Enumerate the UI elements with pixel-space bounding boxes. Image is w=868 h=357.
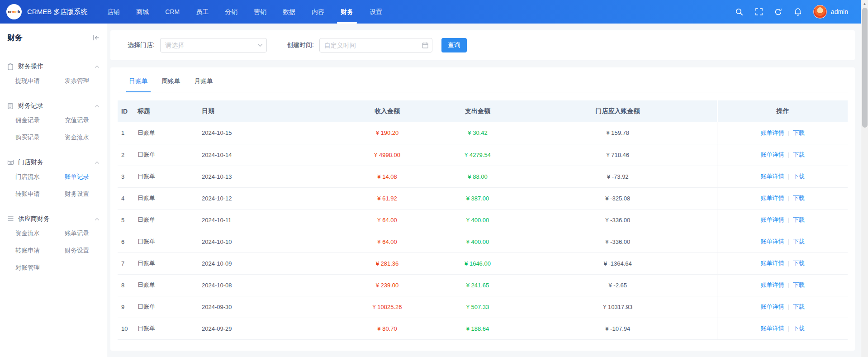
action-link-下载[interactable]: 下载 [793, 260, 805, 267]
sidebar-section-items: 佣金记录充值记录购买记录资金流水 [15, 112, 100, 146]
nav-item-设置[interactable]: 设置 [361, 0, 390, 24]
sidebar-item-账单记录[interactable]: 账单记录 [65, 225, 100, 242]
action-link-账单详情[interactable]: 账单详情 [761, 260, 784, 267]
column-header-标题: 标题 [134, 100, 197, 122]
action-link-账单详情[interactable]: 账单详情 [761, 325, 784, 332]
chevron-up-icon [95, 161, 100, 164]
action-link-下载[interactable]: 下载 [793, 129, 805, 136]
tab-日账单[interactable]: 日账单 [129, 77, 148, 92]
scrollbar-thumb[interactable] [862, 8, 868, 128]
action-link-账单详情[interactable]: 账单详情 [761, 129, 784, 136]
chevron-up-icon [95, 65, 100, 68]
chevron-up-icon [95, 105, 100, 108]
sidebar-item-充值记录[interactable]: 充值记录 [65, 112, 100, 129]
store-select[interactable] [160, 38, 267, 52]
nav-item-内容[interactable]: 内容 [304, 0, 332, 24]
table-row: 5日账单2024-10-11¥ 64.00¥ 400.00¥ -336.00账单… [118, 209, 848, 231]
cell-id: 10 [118, 318, 134, 339]
sidebar-collapse-icon[interactable] [93, 35, 100, 41]
page-scrollbar[interactable]: ▲ [861, 0, 868, 357]
action-link-账单详情[interactable]: 账单详情 [761, 173, 784, 180]
cell-income: ¥ 281.36 [337, 252, 437, 274]
sidebar-section-header[interactable]: 财务操作 [6, 62, 100, 71]
sidebar-item-提现申请[interactable]: 提现申请 [15, 72, 65, 90]
sidebar-item-购买记录[interactable]: 购买记录 [15, 129, 65, 146]
nav-item-店铺[interactable]: 店铺 [99, 0, 128, 24]
action-link-下载[interactable]: 下载 [793, 325, 805, 332]
cell-id: 5 [118, 209, 134, 231]
fullscreen-icon[interactable] [755, 8, 763, 16]
sidebar-section-label: 财务记录 [18, 102, 95, 110]
column-header-操作: 操作 [717, 100, 848, 122]
chevron-down-icon [257, 43, 263, 47]
sidebar-item-转账申请[interactable]: 转账申请 [15, 186, 65, 203]
nav-item-员工[interactable]: 员工 [188, 0, 217, 24]
nav-item-数据[interactable]: 数据 [275, 0, 304, 24]
sidebar-item-账单记录[interactable]: 账单记录 [65, 168, 100, 186]
cell-date: 2024-10-11 [197, 209, 337, 231]
column-header-支出金额: 支出金额 [437, 100, 518, 122]
nav-item-CRM[interactable]: CRM [157, 0, 188, 24]
sidebar-item-资金流水[interactable]: 资金流水 [15, 225, 65, 242]
action-link-下载[interactable]: 下载 [793, 281, 805, 288]
scrollbar-up-arrow[interactable]: ▲ [861, 0, 868, 7]
action-link-账单详情[interactable]: 账单详情 [761, 281, 784, 288]
time-input[interactable] [319, 38, 432, 52]
avatar [813, 5, 827, 19]
sidebar-item-转账申请[interactable]: 转账申请 [15, 242, 65, 259]
cell-date: 2024-10-10 [197, 231, 337, 252]
sidebar-item-门店流水[interactable]: 门店流水 [15, 168, 65, 186]
time-input-field[interactable] [320, 38, 432, 52]
cell-income: ¥ 239.00 [337, 274, 437, 296]
action-link-账单详情[interactable]: 账单详情 [761, 195, 784, 201]
main-content: 选择门店: 创建时间: 查询 日账单周账单月账单 ID标题日期收入金额支出金额门… [107, 24, 861, 357]
refresh-icon[interactable] [774, 8, 783, 16]
tab-周账单[interactable]: 周账单 [161, 77, 180, 92]
action-link-账单详情[interactable]: 账单详情 [761, 216, 784, 223]
bell-icon[interactable] [794, 8, 802, 16]
sidebar-section-items: 门店流水账单记录转账申请财务设置 [15, 168, 100, 203]
cell-store: ¥ -2.65 [518, 274, 717, 296]
sidebar-item-财务设置[interactable]: 财务设置 [65, 242, 100, 259]
sidebar-item-佣金记录[interactable]: 佣金记录 [15, 112, 65, 129]
action-link-下载[interactable]: 下载 [793, 151, 805, 158]
cell-date: 2024-09-30 [197, 296, 337, 318]
tab-月账单[interactable]: 月账单 [194, 77, 213, 92]
top-nav: crmeb CRMEB 多店版系统 店铺商城CRM员工分销营销数据内容财务设置 … [0, 0, 868, 24]
nav-item-分销[interactable]: 分销 [217, 0, 246, 24]
cell-id: 4 [118, 187, 134, 209]
action-link-账单详情[interactable]: 账单详情 [761, 238, 784, 245]
action-link-账单详情[interactable]: 账单详情 [761, 303, 784, 310]
sidebar-section-header[interactable]: 财务记录 [6, 102, 100, 110]
sidebar-item-发票管理[interactable]: 发票管理 [65, 72, 100, 90]
sidebar-item-资金流水[interactable]: 资金流水 [65, 129, 100, 146]
sidebar-item-财务设置[interactable]: 财务设置 [65, 186, 100, 203]
action-link-下载[interactable]: 下载 [793, 173, 805, 180]
store-select-input[interactable] [161, 38, 266, 52]
store-icon [7, 159, 14, 166]
cell-actions: 账单详情|下载 [717, 122, 848, 144]
action-link-下载[interactable]: 下载 [793, 216, 805, 223]
action-link-账单详情[interactable]: 账单详情 [761, 151, 784, 158]
cell-id: 9 [118, 296, 134, 318]
action-link-下载[interactable]: 下载 [793, 195, 805, 201]
sidebar-section-header[interactable]: 供应商财务 [6, 215, 100, 223]
query-button[interactable]: 查询 [441, 38, 467, 52]
sidebar-item-对账管理[interactable]: 对账管理 [15, 259, 65, 276]
cell-expend: ¥ 507.33 [437, 296, 518, 318]
nav-item-营销[interactable]: 营销 [246, 0, 275, 24]
cell-title: 日账单 [134, 318, 197, 339]
nav-item-财务[interactable]: 财务 [332, 0, 361, 24]
user-menu[interactable]: admin [813, 5, 848, 19]
sidebar-section-header[interactable]: 门店财务 [6, 158, 100, 167]
time-filter-label: 创建时间: [287, 41, 314, 49]
cell-id: 1 [118, 122, 134, 144]
search-icon[interactable] [735, 8, 744, 16]
cell-store: ¥ 718.46 [518, 144, 717, 166]
bill-panel: 日账单周账单月账单 ID标题日期收入金额支出金额门店应入账金额操作 1日账单20… [110, 67, 855, 351]
chevron-up-icon [95, 218, 100, 221]
nav-item-商城[interactable]: 商城 [128, 0, 157, 24]
cell-title: 日账单 [134, 252, 197, 274]
action-link-下载[interactable]: 下载 [793, 238, 805, 245]
action-link-下载[interactable]: 下载 [793, 303, 805, 310]
